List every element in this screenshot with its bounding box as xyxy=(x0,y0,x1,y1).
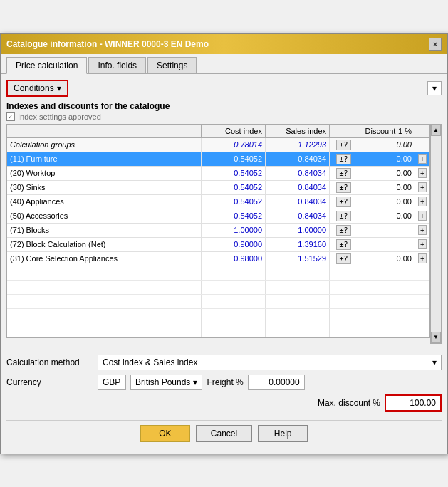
content-area: Conditions ▾ ▾ Indexes and discounts for… xyxy=(1,74,447,454)
ok-button[interactable]: OK xyxy=(140,425,190,442)
row-pm[interactable]: ±? xyxy=(330,209,358,223)
index-approved-row: ✓ Index settings approved xyxy=(6,112,442,121)
row-name: (30) Sinks xyxy=(7,181,202,194)
conditions-button[interactable]: Conditions ▾ xyxy=(6,80,68,97)
row-plus-button[interactable]: + xyxy=(418,168,427,178)
table-scrollbar[interactable]: ▲ ▼ xyxy=(430,124,442,344)
row-cost: 1.00000 xyxy=(202,224,266,237)
row-cost: 0.90000 xyxy=(202,238,266,251)
row-sales: 0.84034 xyxy=(266,152,330,166)
row-plus[interactable]: + xyxy=(415,209,429,223)
row-discount xyxy=(358,224,415,237)
freight-label: Freight % xyxy=(207,377,243,387)
tab-info-fields[interactable]: Info. fields xyxy=(88,57,146,73)
conditions-chevron-icon: ▾ xyxy=(57,83,61,93)
cancel-button[interactable]: Cancel xyxy=(196,425,252,442)
bottom-section: Calculation method Cost index & Sales in… xyxy=(6,350,442,420)
row-pm-button[interactable]: ±? xyxy=(336,182,350,193)
row-pm[interactable]: ±? xyxy=(330,252,358,266)
row-name: (40) Appliances xyxy=(7,195,202,209)
button-row: OK Cancel Help xyxy=(6,420,442,448)
row-sales: 0.84034 xyxy=(266,181,330,194)
toolbar-row: Conditions ▾ ▾ xyxy=(6,80,442,97)
row-pm[interactable]: ±? xyxy=(330,181,358,194)
row-plus[interactable]: + xyxy=(415,224,429,237)
row-discount: 0.00 xyxy=(358,181,415,194)
row-pm-button[interactable]: ±? xyxy=(336,197,350,207)
divider xyxy=(6,347,442,347)
table-row[interactable]: (40) Appliances 0.54052 0.84034 ±? 0.00 … xyxy=(7,195,429,209)
row-plus-button[interactable]: + xyxy=(418,197,427,206)
currency-name-dropdown[interactable]: British Pounds ▾ xyxy=(130,375,202,390)
row-name: (71) Blocks xyxy=(7,224,202,237)
table-row[interactable]: (72) Block Calculation (Net) 0.90000 1.3… xyxy=(7,238,429,252)
table-row[interactable]: (50) Accessories 0.54052 0.84034 ±? 0.00… xyxy=(7,209,429,224)
row-pm[interactable]: ±? xyxy=(330,167,358,180)
help-button[interactable]: Help xyxy=(258,425,308,442)
row-plus-button[interactable]: + xyxy=(418,253,427,263)
row-pm[interactable]: ±? xyxy=(330,195,358,209)
table-row[interactable]: (20) Worktop 0.54052 0.84034 ±? 0.00 + xyxy=(7,167,429,181)
tab-price-calculation[interactable]: Price calculation xyxy=(6,57,87,74)
right-chevron-icon: ▾ xyxy=(432,83,437,93)
row-pm-button[interactable]: ±? xyxy=(336,168,350,179)
row-sales: 0.84034 xyxy=(266,167,330,180)
table-container: Cost index Sales index Discount-1 % Calc… xyxy=(6,124,430,338)
table-row[interactable]: (31) Core Selection Appliances 0.98000 1… xyxy=(7,252,429,266)
calc-groups-pm[interactable]: ±? xyxy=(330,138,358,152)
approved-checkbox[interactable]: ✓ xyxy=(6,112,15,121)
row-pm-button[interactable]: ±? xyxy=(336,154,350,164)
currency-chevron-icon: ▾ xyxy=(193,377,197,387)
right-dropdown[interactable]: ▾ xyxy=(427,81,442,95)
empty-row xyxy=(7,281,429,295)
calc-method-row: Calculation method Cost index & Sales in… xyxy=(6,355,442,370)
row-pm-button[interactable]: ±? xyxy=(336,211,350,221)
calc-method-value: Cost index & Sales index xyxy=(103,357,197,367)
empty-row xyxy=(7,323,429,337)
index-table: Cost index Sales index Discount-1 % Calc… xyxy=(6,124,442,344)
row-plus[interactable]: + xyxy=(415,181,429,194)
col-header-pm xyxy=(330,125,358,137)
calc-method-dropdown[interactable]: Cost index & Sales index ▾ xyxy=(98,355,442,370)
row-plus-button[interactable]: + xyxy=(418,182,427,192)
scrollbar-up[interactable]: ▲ xyxy=(431,125,441,136)
calc-groups-discount: 0.00 xyxy=(358,138,415,152)
empty-row xyxy=(7,309,429,323)
row-plus-button[interactable]: + xyxy=(418,154,427,164)
tab-settings[interactable]: Settings xyxy=(147,57,197,73)
row-cost: 0.54052 xyxy=(202,167,266,180)
row-pm-button[interactable]: ±? xyxy=(336,225,350,236)
row-pm-button[interactable]: ±? xyxy=(336,253,350,264)
row-plus[interactable]: + xyxy=(415,252,429,266)
scrollbar-track[interactable] xyxy=(431,136,441,332)
row-plus-button[interactable]: + xyxy=(418,211,427,221)
row-pm-button[interactable]: ±? xyxy=(336,239,350,250)
row-plus[interactable]: + xyxy=(415,152,429,166)
currency-label: Currency xyxy=(6,377,92,387)
row-plus[interactable]: + xyxy=(415,238,429,251)
row-sales: 0.84034 xyxy=(266,195,330,209)
row-pm[interactable]: ±? xyxy=(330,224,358,237)
calc-groups-sales: 1.12293 xyxy=(266,138,330,152)
col-header-cost: Cost index xyxy=(202,125,266,137)
row-name: (72) Block Calculation (Net) xyxy=(7,238,202,251)
row-plus[interactable]: + xyxy=(415,167,429,180)
scrollbar-down[interactable]: ▼ xyxy=(431,332,441,343)
row-plus[interactable]: + xyxy=(415,195,429,209)
max-discount-input[interactable] xyxy=(385,394,442,412)
table-row[interactable]: (11) Furniture 0.54052 0.84034 ±? 0.00 + xyxy=(7,152,429,167)
row-plus-button[interactable]: + xyxy=(418,239,427,249)
row-plus-button[interactable]: + xyxy=(418,225,427,235)
row-pm[interactable]: ±? xyxy=(330,152,358,166)
table-row[interactable]: (30) Sinks 0.54052 0.84034 ±? 0.00 + xyxy=(7,181,429,195)
calc-groups-cost: 0.78014 xyxy=(202,138,266,152)
col-header-sales: Sales index xyxy=(266,125,330,137)
row-pm[interactable]: ±? xyxy=(330,238,358,251)
calc-method-chevron-icon: ▾ xyxy=(432,357,437,367)
table-row[interactable]: (71) Blocks 1.00000 1.00000 ±? + xyxy=(7,224,429,238)
close-button[interactable]: × xyxy=(429,38,442,51)
freight-input[interactable] xyxy=(248,375,305,390)
calc-groups-pm-button[interactable]: ±? xyxy=(336,140,350,150)
conditions-label: Conditions xyxy=(14,83,54,93)
col-header-discount: Discount-1 % xyxy=(358,125,415,137)
